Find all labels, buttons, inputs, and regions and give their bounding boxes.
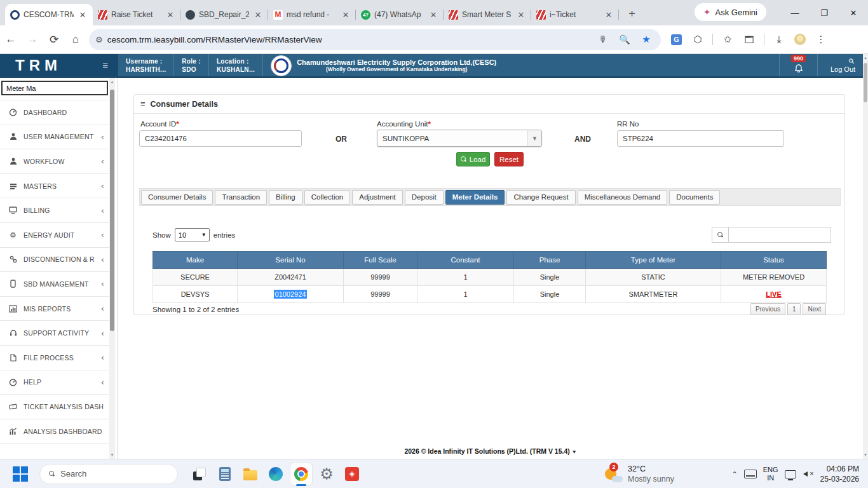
settings-button[interactable]: ⚙	[314, 461, 339, 487]
address-bar[interactable]: ⚙ cescom.trm.ieasybill.com/RRMasterView/…	[89, 29, 661, 50]
scroll-down-icon[interactable]: ▼	[110, 453, 114, 457]
tab-change-request[interactable]: Change Request	[506, 190, 575, 205]
clock[interactable]: 04:06 PM 25-03-2026	[820, 464, 859, 484]
previous-page-button[interactable]: Previous	[750, 303, 785, 315]
close-button[interactable]: ✕	[839, 8, 868, 18]
ask-gemini-button[interactable]: ✦ Ask Gemini	[695, 3, 766, 21]
home-icon[interactable]: ⌂	[65, 33, 86, 46]
task-view-button[interactable]	[187, 461, 212, 487]
sidebar-scrollbar[interactable]: ▲ ▼	[109, 78, 115, 459]
sidebar-item-billing[interactable]: BILLING ‹	[0, 198, 109, 223]
sidebar-item-user-management[interactable]: USER MANAGEMENT ‹	[0, 125, 109, 150]
tab-collection[interactable]: Collection	[304, 190, 351, 205]
tab-deposit[interactable]: Deposit	[405, 190, 444, 205]
red-app-button[interactable]: ◈	[339, 461, 365, 487]
new-tab-button[interactable]: ＋	[627, 6, 637, 20]
col-make[interactable]: Make	[153, 252, 238, 269]
bookmark-star-icon[interactable]: ★	[638, 34, 654, 45]
network-icon[interactable]	[785, 470, 796, 478]
notifications-button[interactable]: 990	[779, 54, 817, 76]
page-scrollbar[interactable]: ▲ ▼	[863, 54, 868, 459]
tab-close-icon[interactable]: ✕	[428, 10, 438, 20]
col-status[interactable]: Status	[721, 252, 827, 269]
col-type-of-meter[interactable]: Type of Meter	[586, 252, 721, 269]
browser-tab-msd-refund[interactable]: M msd refund - ✕	[268, 4, 356, 25]
page-scroll-thumb[interactable]	[864, 63, 867, 102]
col-constant[interactable]: Constant	[417, 252, 514, 269]
sidebar-item-energy-audit[interactable]: ⚙ ENERGY AUDIT ‹	[0, 223, 109, 248]
tab-documents[interactable]: Documents	[669, 190, 720, 205]
back-icon[interactable]: ←	[0, 33, 22, 46]
minimize-button[interactable]: —	[780, 8, 810, 18]
page-number-button[interactable]: 1	[787, 303, 801, 315]
col-full-scale[interactable]: Full Scale	[344, 252, 417, 269]
browser-tab-cescom-trm[interactable]: CESCOM-TRM ✕	[5, 4, 93, 25]
restore-button[interactable]: ❐	[810, 8, 839, 18]
browser-tab-whatsapp[interactable]: 47 (47) WhatsAp ✕	[356, 4, 444, 25]
mic-off-icon[interactable]: 🎙	[595, 34, 611, 44]
tab-close-icon[interactable]: ✕	[516, 10, 526, 20]
scroll-up-icon[interactable]: ▲	[110, 80, 114, 84]
sidebar-scroll-thumb[interactable]	[110, 90, 114, 331]
cesc-extension-icon[interactable]	[794, 34, 806, 45]
browser-tab-iticket[interactable]: i~Ticket ✕	[531, 4, 619, 25]
reload-icon[interactable]: ⟳	[43, 33, 65, 46]
tab-close-icon[interactable]: ✕	[165, 10, 175, 20]
rr-no-input[interactable]	[617, 130, 784, 147]
site-settings-icon[interactable]: ⚙	[95, 35, 102, 44]
chrome-button[interactable]	[288, 461, 314, 487]
sidebar-item-analysis-dashboard[interactable]: ANALYSIS DASHBOARD	[0, 419, 109, 444]
sidebar-item-help[interactable]: HELP ‹	[0, 370, 109, 395]
zoom-out-icon[interactable]: 🔍	[616, 34, 633, 44]
sidebar-item-sbd-management[interactable]: SBD MANAGEMENT ‹	[0, 272, 109, 297]
tab-miscellaneous-demand[interactable]: Miscellaneous Demand	[578, 190, 668, 205]
sidebar-toggle-icon[interactable]: ≡	[102, 60, 108, 71]
browser-tab-raise-ticket[interactable]: Raise Ticket ✕	[93, 4, 180, 25]
sidebar-item-workflow[interactable]: WORKFLOW ‹	[0, 149, 109, 174]
sidebar-item-support-activity[interactable]: SUPPORT ACTIVITY ‹	[0, 321, 109, 346]
forward-icon[interactable]: →	[22, 33, 43, 46]
calculator-button[interactable]	[212, 461, 238, 487]
tab-billing[interactable]: Billing	[269, 190, 302, 205]
tray-expand-icon[interactable]: ⌃	[732, 470, 738, 478]
col-phase[interactable]: Phase	[514, 252, 586, 269]
url-text[interactable]: cescom.trm.ieasybill.com/RRMasterView/RR…	[107, 35, 590, 44]
start-button[interactable]	[13, 466, 28, 482]
volume-muted-icon[interactable]	[803, 469, 814, 479]
browser-tab-sbd-repair[interactable]: SBD_Repair_2 ✕	[180, 4, 268, 25]
sidebar-item-mis-reports[interactable]: MIS REPORTS ‹	[0, 297, 109, 322]
taskbar-search[interactable]: Search	[39, 464, 178, 484]
side-search-icon[interactable]: 🗔	[740, 34, 759, 45]
scroll-up-icon[interactable]: ▲	[863, 56, 868, 60]
sidebar-menu-search-input[interactable]	[1, 81, 108, 95]
sidebar-item-file-process[interactable]: FILE PROCESS ‹	[0, 346, 109, 370]
file-explorer-button[interactable]	[238, 461, 263, 487]
reset-button[interactable]: Reset	[494, 152, 524, 166]
next-page-button[interactable]: Next	[803, 303, 826, 315]
browser-menu-icon[interactable]: ⋮	[811, 34, 831, 45]
weather-widget[interactable]: 2 32°C Mostly sunny	[604, 459, 674, 488]
live-status-link[interactable]: LIVE	[766, 290, 781, 298]
translate-icon[interactable]: G	[671, 34, 682, 45]
keyboard-icon[interactable]	[744, 470, 757, 478]
tab-transaction[interactable]: Transaction	[215, 190, 267, 205]
sidebar-item-masters[interactable]: MASTERS ‹	[0, 174, 109, 199]
downloads-icon[interactable]: ⤓	[770, 34, 789, 45]
tab-close-icon[interactable]: ✕	[78, 10, 88, 20]
tab-adjustment[interactable]: Adjustment	[352, 190, 403, 205]
tab-consumer-details[interactable]: Consumer Details	[141, 190, 213, 205]
accounting-unit-select[interactable]: SUNTIKOPPA ▼	[377, 130, 542, 147]
account-id-input[interactable]	[139, 130, 302, 147]
logout-button[interactable]: ⚲ Log Out	[817, 54, 868, 76]
language-indicator[interactable]: ENG IN	[763, 466, 778, 482]
tab-close-icon[interactable]: ✕	[341, 10, 351, 20]
scroll-down-icon[interactable]: ▼	[863, 453, 868, 457]
edge-button[interactable]	[263, 461, 288, 487]
tab-close-icon[interactable]: ✕	[253, 10, 263, 20]
page-length-select[interactable]: 10 ▼	[175, 228, 210, 241]
extensions-puzzle-icon[interactable]: ⬡	[688, 34, 707, 45]
browser-tab-smart-meter[interactable]: Smart Meter S ✕	[444, 4, 531, 25]
tab-close-icon[interactable]: ✕	[604, 10, 614, 20]
table-search-input[interactable]	[728, 227, 831, 243]
tab-meter-details[interactable]: Meter Details	[445, 190, 505, 205]
